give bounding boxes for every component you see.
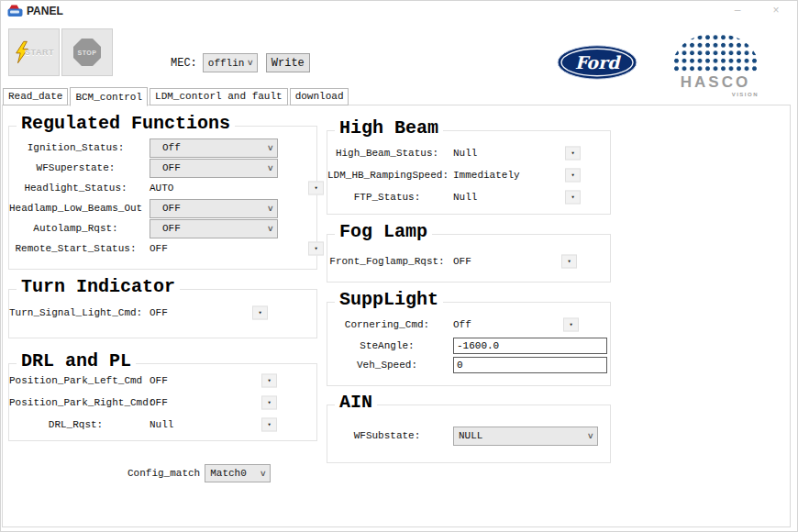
field-label: DRL_Rqst: <box>9 419 142 430</box>
field-label: WFSuperstate: <box>9 162 142 173</box>
group-title: SuppLight <box>335 289 443 310</box>
tab-read-date[interactable]: Read_date <box>3 88 68 105</box>
tab-ldm-contorl-and-fault[interactable]: LDM_contorl and fault <box>150 88 288 105</box>
field-row: Ignition_Status: Off ∨ <box>9 138 316 158</box>
high-beam-status-dropdown-button[interactable]: ▾ <box>565 147 581 161</box>
ignition-status-select[interactable]: Off ∨ <box>150 139 278 158</box>
window-title: PANEL <box>27 5 63 17</box>
chevron-down-icon: ∨ <box>260 469 266 479</box>
field-value: AUTO <box>150 183 173 194</box>
field-row: DRL_Rqst: Null ▾ <box>9 414 316 436</box>
group-title: Turn Indicator <box>17 276 180 297</box>
group-title: DRL and PL <box>17 350 136 371</box>
field-value: Off <box>162 142 181 153</box>
field-label: Remote_Start_Status: <box>9 243 142 254</box>
field-row: Turn_Signal_Light_Cmd: OFF ▾ <box>9 303 316 323</box>
field-row: Autolamp_Rqst: OFF ∨ <box>9 218 316 238</box>
group-ain: AIN WFSubstate: NULL ∨ <box>327 405 611 463</box>
stop-button[interactable]: STOP <box>61 28 113 76</box>
front-foglamp-rqst-dropdown-button[interactable]: ▾ <box>561 255 577 269</box>
field-label: Autolamp_Rqst: <box>9 223 142 234</box>
field-label: Headlight_Status: <box>9 183 142 194</box>
field-value: NULL <box>459 430 482 441</box>
dropdown-arrow-icon: ▾ <box>569 322 572 328</box>
group-high-beam: High Beam High_Beam_Status: Null ▾ LDM_H… <box>327 130 611 215</box>
field-row: Remote_Start_Status: OFF ▾ <box>9 238 316 259</box>
field-row: WFSuperstate: OFF ∨ <box>9 158 316 178</box>
field-value: OFF <box>150 243 168 254</box>
headlight-status-dropdown-button[interactable]: ▾ <box>308 182 324 195</box>
wfsuperstate-select[interactable]: OFF ∨ <box>150 159 278 178</box>
hasco-wordmark: HASCO <box>669 73 762 92</box>
dropdown-arrow-icon: ▾ <box>567 259 571 265</box>
position-park-left-cmd-dropdown-button[interactable]: ▾ <box>261 374 277 388</box>
wfsubstate-select[interactable]: NULL ∨ <box>453 427 598 446</box>
minimize-button[interactable]: – <box>724 1 751 19</box>
field-value: OFF <box>150 375 168 386</box>
veh-speed-input[interactable] <box>453 357 607 373</box>
autolamp-rqst-select[interactable]: OFF ∨ <box>150 219 278 238</box>
hasco-vision-label: VISION <box>669 92 759 97</box>
chevron-down-icon: ∨ <box>267 224 273 234</box>
tab-strip: Read_date BCM_control LDM_contorl and fa… <box>3 85 350 105</box>
chevron-down-icon: ∨ <box>267 163 273 173</box>
config-match-row: Config_match Match0 ∨ <box>127 464 271 482</box>
field-value: Null <box>453 148 477 159</box>
field-label: LDM_HB_RampingSpeed: <box>327 170 447 181</box>
start-button[interactable]: START <box>8 28 60 76</box>
mec-row: MEC: offlin ∨ Write <box>171 53 310 72</box>
position-park-right-cmd-dropdown-button[interactable]: ▾ <box>261 396 277 410</box>
config-match-label: Config_match <box>127 468 200 479</box>
mec-label: MEC: <box>171 57 197 70</box>
ldm-hb-rampingspeed-dropdown-button[interactable]: ▾ <box>565 169 581 183</box>
hasco-logo: HASCO VISION <box>669 34 762 97</box>
field-value: Off <box>453 319 471 330</box>
turn-signal-light-cmd-dropdown-button[interactable]: ▾ <box>252 306 268 320</box>
steangle-input[interactable] <box>453 338 607 354</box>
field-row: Veh_Speed: <box>327 355 610 374</box>
chevron-down-icon: ∨ <box>267 143 273 153</box>
tab-bcm-control[interactable]: BCM_control <box>70 87 148 106</box>
cornering-cmd-dropdown-button[interactable]: ▾ <box>563 318 579 332</box>
field-label: Cornering_Cmd: <box>327 319 447 330</box>
dropdown-arrow-icon: ▾ <box>267 422 271 428</box>
group-title: Fog Lamp <box>335 221 432 242</box>
field-value: OFF <box>150 307 168 318</box>
tab-download[interactable]: download <box>290 88 349 105</box>
chevron-down-icon: ∨ <box>267 204 273 214</box>
field-label: Ignition_Status: <box>9 142 142 153</box>
remote-start-status-dropdown-button[interactable]: ▾ <box>308 242 324 256</box>
group-title: AIN <box>335 392 377 413</box>
field-row: Position_Park_Right_Cmd: OFF ▾ <box>9 392 316 414</box>
config-match-select[interactable]: Match0 ∨ <box>205 464 271 482</box>
app-icon <box>7 4 23 17</box>
drl-rqst-dropdown-button[interactable]: ▾ <box>261 418 277 432</box>
field-value: OFF <box>453 256 471 267</box>
field-value: OFF <box>162 203 181 214</box>
field-row: LDM_HB_RampingSpeed: Immediately ▾ <box>327 164 610 186</box>
group-title: Regulated Functions <box>17 113 235 134</box>
field-label: FTP_Status: <box>327 192 447 203</box>
field-row: High_Beam_Status: Null ▾ <box>327 142 610 164</box>
field-row: Headlight_Status: AUTO ▾ <box>9 178 316 198</box>
field-label: Front_Foglamp_Rqst: <box>327 256 447 267</box>
dropdown-arrow-icon: ▾ <box>314 185 317 192</box>
group-supplight: SuppLight Cornering_Cmd: Off ▾ SteAngle:… <box>327 302 611 386</box>
field-label: Turn_Signal_Light_Cmd: <box>9 307 142 318</box>
mec-value: offlin <box>208 58 245 69</box>
hasco-dots-icon <box>671 34 759 72</box>
mec-select[interactable]: offlin ∨ <box>203 53 258 72</box>
headlamp-low-beams-out-select[interactable]: OFF ∨ <box>150 199 278 218</box>
config-match-value: Match0 <box>210 468 247 479</box>
dropdown-arrow-icon: ▾ <box>314 246 317 252</box>
dropdown-arrow-icon: ▾ <box>267 400 271 406</box>
close-button[interactable]: × <box>762 1 790 19</box>
field-label: Headlamp_Low_Beams_Out <box>9 203 142 214</box>
write-button[interactable]: Write <box>266 53 310 72</box>
dropdown-arrow-icon: ▾ <box>571 150 574 157</box>
field-row: Position_Park_Left_Cmd OFF ▾ <box>9 370 316 392</box>
chevron-down-icon: ∨ <box>248 58 254 68</box>
field-value: OFF <box>150 397 168 408</box>
ftp-status-dropdown-button[interactable]: ▾ <box>565 191 581 205</box>
ford-wordmark: Ford <box>575 52 622 72</box>
